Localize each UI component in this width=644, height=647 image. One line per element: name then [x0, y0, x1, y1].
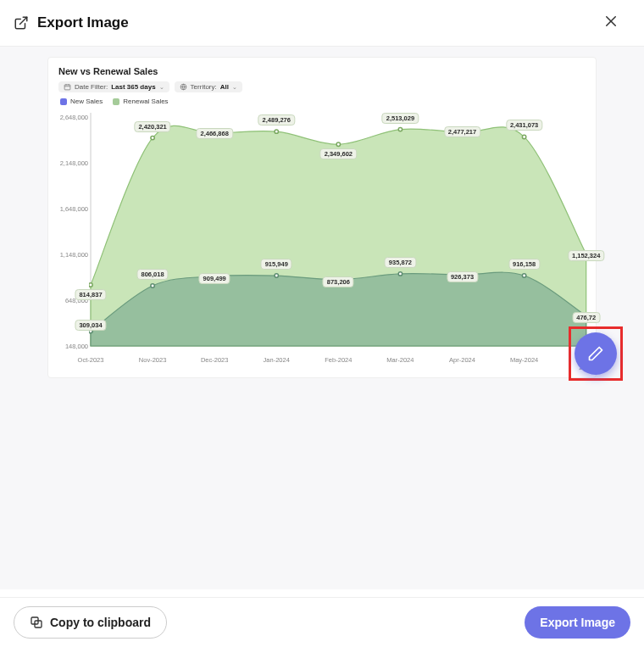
data-label-lower: 909,499 [199, 273, 230, 284]
x-tick: Dec-2023 [201, 356, 229, 364]
data-label-lower: 935,872 [385, 257, 416, 268]
close-button[interactable] [600, 10, 630, 36]
chevron-down-icon: ⌄ [232, 84, 237, 91]
data-label-upper: 2,477,217 [444, 126, 480, 137]
svg-point-21 [151, 284, 154, 287]
data-label-upper: 2,431,073 [506, 120, 542, 131]
svg-point-11 [89, 283, 92, 287]
chart-card: New vs Renewal Sales Date Filter: Last 3… [47, 57, 597, 378]
data-label-lower: 926,373 [447, 271, 478, 282]
data-label-lower: 806,018 [137, 269, 169, 280]
x-tick: Nov-2023 [139, 356, 167, 364]
y-tick: 2,648,000 [60, 114, 88, 121]
data-label-upper: 2,489,276 [258, 114, 295, 125]
x-tick: Mar-2024 [386, 356, 414, 364]
data-label-upper: 2,349,602 [320, 148, 357, 159]
data-label-upper: 2,420,321 [134, 121, 170, 132]
y-tick: 1,148,000 [60, 251, 88, 259]
y-tick: 2,148,000 [60, 159, 88, 167]
export-image-button[interactable]: Export Image [525, 606, 630, 639]
filter-territory[interactable]: Territory: All ⌄ [175, 81, 242, 92]
area-chart: 148,000648,0001,148,0001,648,0002,148,00… [58, 109, 586, 367]
data-label-lower: 915,949 [261, 259, 292, 270]
chevron-down-icon: ⌄ [159, 84, 164, 91]
external-link-icon [14, 15, 29, 31]
fab-highlight-frame [569, 326, 623, 381]
legend-item: New Sales [60, 98, 103, 105]
svg-line-0 [20, 17, 27, 24]
data-label-lower: 873,206 [323, 276, 354, 287]
copy-icon [30, 616, 43, 629]
svg-point-15 [336, 142, 340, 146]
chart-legend: New Sales Renewal Sales [58, 98, 586, 105]
edit-fab-button[interactable] [575, 332, 617, 375]
data-label-upper: 814,837 [75, 289, 106, 300]
x-tick: Apr-2024 [449, 356, 475, 364]
filter-date[interactable]: Date Filter: Last 365 days ⌄ [58, 81, 169, 92]
filter-date-value: Last 365 days [111, 83, 155, 91]
svg-point-27 [522, 274, 525, 277]
svg-point-25 [398, 272, 402, 276]
svg-point-16 [398, 127, 402, 131]
legend-item: Renewal Sales [113, 98, 168, 105]
svg-rect-3 [64, 85, 70, 90]
filter-date-prefix: Date Filter: [75, 83, 108, 91]
filter-territory-prefix: Territory: [191, 83, 217, 91]
copy-label: Copy to clipboard [50, 616, 151, 629]
data-label-upper: 2,466,868 [196, 128, 232, 139]
copy-to-clipboard-button[interactable]: Copy to clipboard [14, 606, 167, 639]
globe-icon [180, 83, 187, 91]
svg-point-23 [275, 274, 278, 277]
legend-swatch-blue [60, 98, 67, 105]
svg-point-12 [151, 136, 154, 139]
legend-swatch-green [113, 98, 119, 105]
data-label-lower: 916,158 [508, 259, 540, 270]
y-tick: 148,000 [65, 343, 88, 350]
x-tick: Oct-2023 [78, 356, 104, 364]
page-title: Export Image [37, 14, 600, 31]
svg-point-18 [522, 135, 525, 138]
data-label-upper: 1,152,324 [568, 250, 604, 261]
filter-territory-value: All [220, 83, 229, 91]
close-icon [603, 14, 619, 29]
calendar-icon [64, 83, 71, 91]
x-tick: Jan-2024 [264, 356, 290, 364]
pencil-icon [587, 345, 604, 362]
x-tick: May-2024 [510, 356, 538, 364]
x-tick: Feb-2024 [325, 356, 352, 364]
export-label: Export Image [540, 616, 615, 629]
chart-title: New vs Renewal Sales [58, 66, 586, 76]
data-label-upper: 2,513,029 [382, 113, 419, 124]
svg-point-14 [275, 130, 278, 133]
data-label-lower: 309,034 [75, 320, 106, 331]
y-tick: 1,648,000 [60, 205, 88, 213]
data-label-lower: 476,72 [572, 312, 600, 323]
